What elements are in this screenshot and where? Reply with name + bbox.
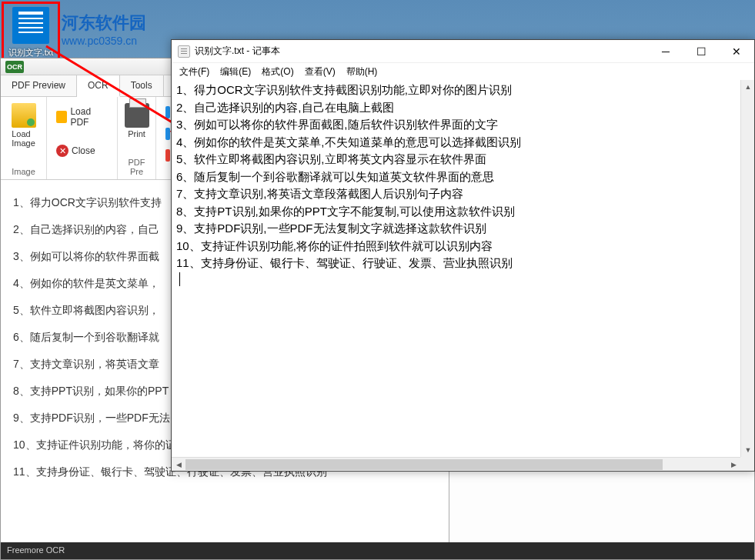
ribbon-group-image: LoadImage Image [1, 97, 47, 179]
scrollbar-horizontal[interactable]: ◀ ▶ [172, 457, 740, 471]
notepad-window: 识别文字.txt - 记事本 ─ ☐ ✕ 文件(F) 编辑(E) 格式(O) 查… [171, 39, 755, 472]
watermark-title: 河东软件园 [62, 12, 146, 35]
watermark: 河东软件园 www.pc0359.cn [62, 12, 146, 47]
scroll-right-icon[interactable]: ▶ [727, 458, 740, 472]
notepad-line: 5、软件立即将截图内容识别,立即将英文内容显示在软件界面 [176, 151, 750, 168]
load-image-button[interactable]: LoadImage [7, 100, 40, 151]
tab-pdf-preview[interactable]: PDF Preview [1, 75, 77, 96]
pdf-icon [56, 111, 67, 123]
scroll-left-icon[interactable]: ◀ [172, 458, 185, 472]
load-pdf-label: Load PDF [70, 106, 108, 128]
notepad-text-area[interactable]: 1、得力OCR文字识别软件支持截图识别功能,立即对你的图片识别 2、自己选择识别… [172, 80, 754, 457]
scroll-down-icon[interactable]: ▼ [741, 443, 755, 457]
ocr-statusbar: Freemore OCR [1, 542, 754, 559]
notepad-title: 识别文字.txt - 记事本 [178, 45, 280, 58]
notepad-line: 8、支持PT识别,如果你的PPT文字不能复制,可以使用这款软件识别 [176, 203, 750, 221]
window-controls: ─ ☐ ✕ [648, 40, 754, 63]
close-window-button[interactable]: ✕ [719, 40, 754, 63]
ribbon-label-image: Image [7, 165, 40, 176]
scroll-corner [740, 457, 754, 471]
close-label: Close [72, 145, 95, 156]
close-button[interactable]: ✕ Close [53, 143, 111, 158]
notepad-line: 4、例如你的软件是英文菜单,不失知道菜单的意思可以选择截图识别 [176, 134, 750, 152]
notepad-line: 11、支持身份证、银行卡、驾驶证、行驶证、发票、营业执照识别 [176, 255, 750, 272]
menu-format[interactable]: 格式(O) [257, 63, 298, 80]
desktop-file-icon[interactable]: 识别文字.txt [2, 2, 60, 60]
notepad-line: 9、支持PDF识别,一些PDF无法复制文字就选择这款软件识别 [176, 220, 750, 238]
menu-help[interactable]: 帮助(H) [342, 63, 383, 80]
notepad-line: 1、得力OCR文字识别软件支持截图识别功能,立即对你的图片识别 [176, 82, 750, 99]
folder-icon [12, 103, 36, 128]
notepad-title-text: 识别文字.txt - 记事本 [195, 45, 280, 58]
printer-icon [125, 103, 149, 128]
ribbon-group-pdf-actions: Load PDF ✕ Close [47, 97, 118, 179]
menu-view[interactable]: 查看(V) [300, 63, 340, 80]
print-button[interactable]: Print [124, 100, 149, 142]
notepad-line: 6、随后复制一个到谷歌翻译就可以失知道英文软件界面的意思 [176, 168, 750, 186]
watermark-url: www.pc0359.cn [62, 35, 146, 47]
maximize-button[interactable]: ☐ [683, 40, 719, 63]
copy-icon [165, 106, 170, 118]
notepad-menubar: 文件(F) 编辑(E) 格式(O) 查看(V) 帮助(H) [172, 63, 754, 80]
minimize-button[interactable]: ─ [648, 40, 683, 63]
scroll-thumb[interactable] [185, 459, 663, 470]
desktop-file-label: 识别文字.txt [4, 47, 58, 58]
clear-icon [165, 149, 170, 162]
menu-edit[interactable]: 编辑(E) [215, 63, 256, 80]
tab-tools[interactable]: Tools [120, 75, 164, 96]
close-icon: ✕ [56, 145, 68, 157]
menu-file[interactable]: 文件(F) [175, 63, 214, 80]
tab-ocr[interactable]: OCR [77, 75, 120, 97]
save-icon [165, 128, 170, 140]
ocr-badge-icon: OCR [5, 61, 24, 73]
notepad-line: 2、自己选择识别的内容,自己在电脑上截图 [176, 99, 750, 117]
statusbar-text: Freemore OCR [7, 545, 65, 555]
ribbon-label-pdf: PDF Pre [124, 156, 149, 176]
notepad-titlebar[interactable]: 识别文字.txt - 记事本 ─ ☐ ✕ [172, 40, 754, 63]
notepad-icon [178, 45, 190, 58]
scrollbar-vertical[interactable]: ▲ ▼ [740, 80, 754, 457]
notepad-line: 7、支持文章识别,将英语文章段落截图人后识别句子内容 [176, 185, 750, 203]
text-cursor [179, 272, 180, 286]
txt-file-icon [12, 7, 49, 44]
load-pdf-button[interactable]: Load PDF [53, 105, 111, 129]
print-label: Print [128, 129, 145, 138]
ribbon-group-print: Print PDF Pre [118, 97, 156, 179]
scroll-up-icon[interactable]: ▲ [741, 80, 755, 94]
notepad-line: 10、支持证件识别功能,将你的证件拍照到软件就可以识别内容 [176, 238, 750, 255]
load-image-label: LoadImage [12, 129, 35, 148]
notepad-line: 3、例如可以将你的软件界面截图,随后软件识别软件界面的文字 [176, 116, 750, 134]
